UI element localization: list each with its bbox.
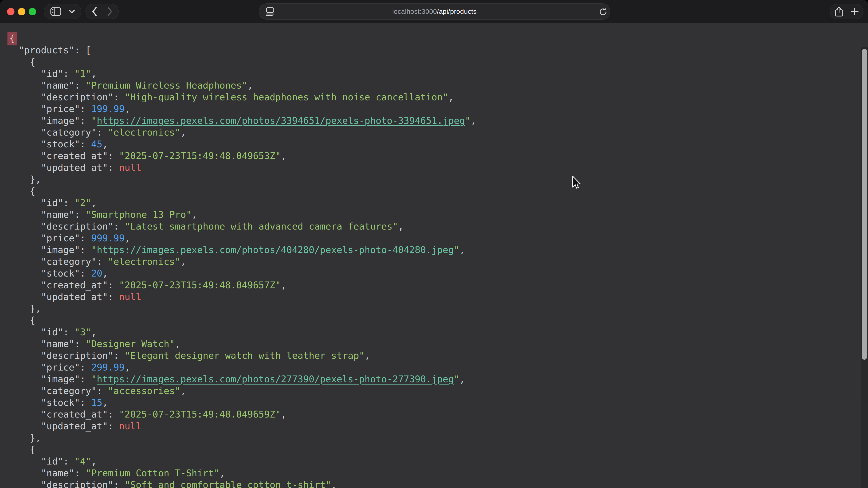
page-format-icon bbox=[266, 7, 274, 16]
share-icon bbox=[835, 6, 843, 17]
back-button[interactable] bbox=[87, 4, 102, 19]
json-link[interactable]: https://images.pexels.com/photos/3394651… bbox=[97, 115, 465, 126]
plus-icon bbox=[851, 8, 859, 15]
forward-button[interactable] bbox=[102, 4, 117, 19]
address-url: localhost:3000/api/products bbox=[259, 4, 610, 19]
url-path: /api/products bbox=[437, 8, 477, 15]
minimize-window-button[interactable] bbox=[18, 8, 25, 15]
address-bar[interactable]: localhost:3000/api/products bbox=[258, 3, 610, 20]
json-link[interactable]: https://images.pexels.com/photos/277390/… bbox=[97, 374, 454, 385]
nav-buttons bbox=[86, 4, 119, 19]
sidebar-icon bbox=[51, 7, 61, 16]
reload-button[interactable] bbox=[596, 3, 610, 20]
json-link[interactable]: https://images.pexels.com/photos/404280/… bbox=[97, 245, 454, 255]
page-format-button[interactable] bbox=[260, 3, 280, 20]
share-newtab-group bbox=[830, 4, 864, 19]
window-controls bbox=[7, 8, 36, 15]
zoom-window-button[interactable] bbox=[29, 8, 36, 15]
safari-window: localhost:3000/api/products bbox=[0, 0, 868, 488]
scrollbar-thumb[interactable] bbox=[862, 49, 867, 360]
close-window-button[interactable] bbox=[7, 8, 14, 15]
chevron-right-icon bbox=[107, 7, 112, 16]
matched-brace: { bbox=[7, 32, 17, 45]
page-content: { "products": [ { "id": "1", "name": "Pr… bbox=[0, 24, 868, 488]
chevron-down-icon bbox=[69, 10, 75, 13]
json-document: { "products": [ { "id": "1", "name": "Pr… bbox=[0, 24, 868, 488]
browser-toolbar: localhost:3000/api/products bbox=[0, 0, 868, 23]
new-tab-button[interactable] bbox=[847, 4, 862, 19]
chevron-left-icon bbox=[92, 7, 97, 16]
sidebar-toggle-button[interactable] bbox=[43, 4, 81, 19]
share-button[interactable] bbox=[831, 4, 847, 19]
url-host: localhost:3000 bbox=[392, 8, 437, 15]
reload-icon bbox=[598, 7, 608, 16]
